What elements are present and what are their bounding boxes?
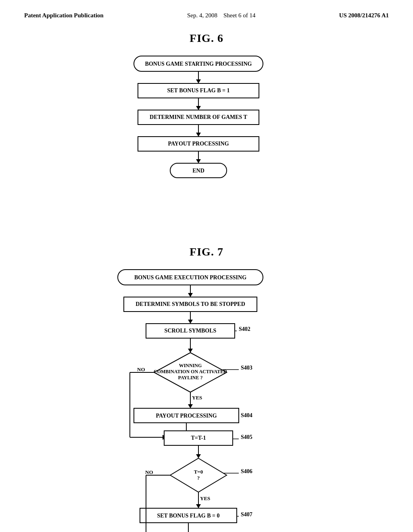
svg-text:T=0: T=0 bbox=[194, 469, 203, 475]
svg-text:PAYOUT PROCESSING: PAYOUT PROCESSING bbox=[156, 413, 217, 419]
svg-text:PAYOUT PROCESSING: PAYOUT PROCESSING bbox=[168, 141, 229, 147]
svg-text:BONUS GAME EXECUTION PROCESSIN: BONUS GAME EXECUTION PROCESSING bbox=[134, 274, 246, 281]
svg-marker-75 bbox=[196, 504, 201, 508]
svg-text:WINNING: WINNING bbox=[179, 363, 202, 368]
fig6-title: FIG. 6 bbox=[0, 32, 413, 45]
svg-text:S404: S404 bbox=[241, 412, 252, 418]
fig6-flowchart: BONUS GAME STARTING PROCESSING S301 SET … bbox=[0, 52, 413, 225]
publication-date: Sep. 4, 2008 bbox=[187, 12, 217, 19]
svg-text:S403: S403 bbox=[241, 365, 252, 371]
svg-text:NO: NO bbox=[137, 366, 145, 372]
svg-text:BONUS GAME STARTING PROCESSING: BONUS GAME STARTING PROCESSING bbox=[145, 61, 252, 67]
svg-marker-39 bbox=[188, 349, 193, 353]
sheet-number: Sheet 6 of 14 bbox=[223, 12, 256, 19]
svg-text:SET BONUS FLAG B = 0: SET BONUS FLAG B = 0 bbox=[157, 513, 219, 519]
fig7-flowchart: BONUS GAME EXECUTION PROCESSING S401 DET… bbox=[0, 266, 413, 532]
svg-marker-66 bbox=[196, 454, 201, 458]
svg-marker-21 bbox=[196, 159, 201, 163]
svg-text:SET BONUS FLAG B = 1: SET BONUS FLAG B = 1 bbox=[167, 87, 229, 94]
svg-text:YES: YES bbox=[200, 495, 210, 501]
svg-marker-27 bbox=[188, 293, 193, 297]
page-header: Patent Application Publication Sep. 4, 2… bbox=[0, 0, 413, 24]
patent-number: US 2008/214276 A1 bbox=[339, 11, 389, 20]
svg-marker-9 bbox=[196, 106, 201, 110]
svg-text:S406: S406 bbox=[241, 468, 252, 474]
svg-marker-15 bbox=[196, 133, 201, 137]
fig7-title: FIG. 7 bbox=[0, 245, 413, 258]
svg-text:DETERMINE NUMBER OF GAMES T: DETERMINE NUMBER OF GAMES T bbox=[150, 114, 248, 120]
svg-text:?: ? bbox=[197, 475, 200, 481]
svg-text:YES: YES bbox=[192, 395, 202, 401]
svg-text:SCROLL SYMBOLS: SCROLL SYMBOLS bbox=[165, 328, 217, 334]
publication-title: Patent Application Publication bbox=[24, 11, 104, 20]
date-sheet: Sep. 4, 2008 Sheet 6 of 14 bbox=[187, 11, 256, 20]
svg-text:PAYLINE ?: PAYLINE ? bbox=[178, 375, 202, 380]
svg-text:T=T-1: T=T-1 bbox=[191, 435, 206, 441]
svg-text:COMBINATION ON ACTIVATED: COMBINATION ON ACTIVATED bbox=[154, 369, 227, 374]
svg-marker-33 bbox=[188, 320, 193, 324]
svg-text:S405: S405 bbox=[241, 434, 252, 440]
svg-text:DETERMINE SYMBOLS TO BE STOPPE: DETERMINE SYMBOLS TO BE STOPPED bbox=[136, 301, 245, 307]
svg-text:NO: NO bbox=[145, 469, 153, 475]
svg-marker-3 bbox=[196, 79, 201, 83]
svg-text:END: END bbox=[192, 168, 204, 174]
svg-text:S407: S407 bbox=[241, 511, 252, 517]
svg-marker-49 bbox=[188, 404, 193, 408]
svg-text:S402: S402 bbox=[239, 326, 250, 332]
